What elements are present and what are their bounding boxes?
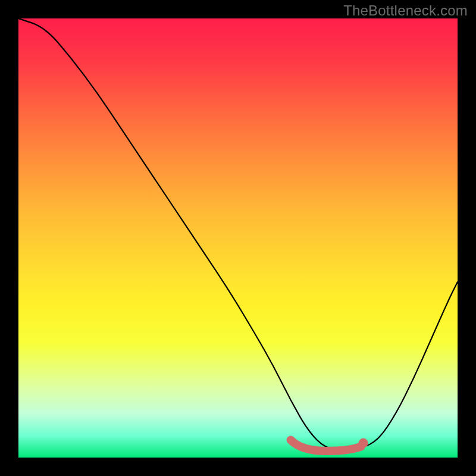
bottleneck-curve — [18, 18, 458, 449]
optimal-marker-dot — [359, 439, 368, 448]
plot-area — [18, 18, 458, 458]
curve-layer — [18, 18, 458, 458]
watermark-text: TheBottleneck.com — [343, 2, 468, 19]
chart-container: TheBottleneck.com — [0, 0, 476, 476]
optimal-marker — [291, 440, 361, 450]
